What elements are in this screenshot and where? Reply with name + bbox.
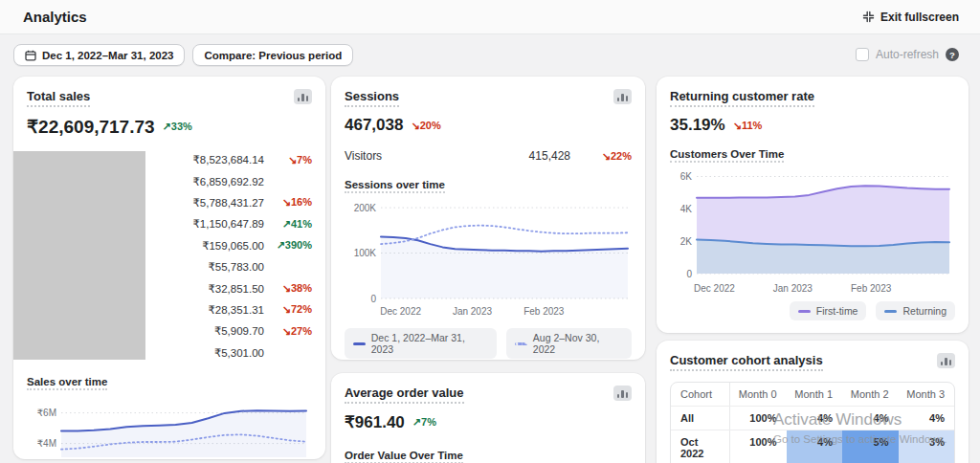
order-value-over-time-label[interactable]: Order Value Over Time xyxy=(345,450,463,463)
cohort-header-cell: Month 1 xyxy=(787,383,843,406)
help-icon[interactable]: ? xyxy=(946,48,959,61)
cohort-header-cell: Month 0 xyxy=(730,383,787,406)
customers-over-time-label[interactable]: Customers Over Time xyxy=(670,148,784,163)
compare-button[interactable]: Compare: Previous period xyxy=(192,44,353,66)
sales-breakdown-value: ₹6,859,692.92 xyxy=(130,175,264,188)
total-sales-title[interactable]: Total sales xyxy=(27,89,90,107)
svg-text:Dec 2022: Dec 2022 xyxy=(380,306,421,317)
sales-breakdown-value: ₹28,351.31 xyxy=(130,303,264,317)
visitors-label: Visitors xyxy=(345,149,529,163)
auto-refresh-label: Auto-refresh xyxy=(876,48,939,61)
sessions-title[interactable]: Sessions xyxy=(345,89,399,107)
sales-breakdown-delta: ↘38% xyxy=(264,282,312,295)
sales-breakdown-row: ₹5,301.00 xyxy=(130,342,312,364)
cohort-label-cell: Oct 2022 xyxy=(671,430,730,463)
sessions-over-time-chart: 200K100K0Dec 2022Jan 2023Feb 2023 xyxy=(345,193,632,318)
solid-line-swatch xyxy=(353,342,366,345)
date-range-button[interactable]: Dec 1, 2022–Mar 31, 2023 xyxy=(13,44,185,66)
bar-chart-icon[interactable] xyxy=(294,89,312,104)
sales-breakdown-value: ₹55,783.00 xyxy=(130,260,264,274)
aov-value: ₹961.40 xyxy=(345,412,405,432)
svg-text:Feb 2023: Feb 2023 xyxy=(851,283,892,294)
sales-breakdown-row: ₹1,150,647.89↗41% xyxy=(130,213,312,234)
sessions-over-time-label[interactable]: Sessions over time xyxy=(345,179,445,193)
exit-fullscreen-label: Exit fullscreen xyxy=(880,11,959,24)
sales-breakdown-delta: ↘72% xyxy=(264,303,312,316)
svg-text:Dec 2022: Dec 2022 xyxy=(694,283,735,294)
auto-refresh-control: Auto-refresh ? xyxy=(856,48,959,61)
customers-over-time-chart: 6K4K2K0Dec 2022Jan 2023Feb 2023 xyxy=(670,163,955,295)
svg-text:0: 0 xyxy=(686,269,692,279)
sales-breakdown-value: ₹159,065.00 xyxy=(130,239,264,253)
redacted-region xyxy=(13,151,145,360)
returning-customer-rate-card: Returning customer rate 35.19% ↘11% Cust… xyxy=(657,77,969,333)
dotted-line-swatch xyxy=(515,342,527,345)
rcr-legend: First-time Returning xyxy=(670,301,955,320)
svg-text:₹6M: ₹6M xyxy=(37,408,56,418)
cohort-table: CohortMonth 0Month 1Month 2Month 3All100… xyxy=(670,382,955,463)
sales-breakdown-row: ₹6,859,692.92 xyxy=(130,170,312,191)
svg-text:100K: 100K xyxy=(354,248,377,258)
sales-over-time-label[interactable]: Sales over time xyxy=(27,376,107,390)
svg-text:Jan 2023: Jan 2023 xyxy=(773,283,813,294)
cohort-value-cell: 4% xyxy=(842,407,899,430)
sales-breakdown-value: ₹8,523,684.14 xyxy=(130,153,264,166)
sessions-delta: ↘20% xyxy=(411,120,440,132)
cohort-header-row: CohortMonth 0Month 1Month 2Month 3 xyxy=(671,383,954,406)
legend-first-time[interactable]: First-time xyxy=(790,301,867,320)
svg-text:2K: 2K xyxy=(680,236,693,247)
sales-breakdown-row: ₹32,851.50↘38% xyxy=(130,277,312,298)
svg-text:Feb 2023: Feb 2023 xyxy=(523,306,565,317)
total-sales-delta: ↗33% xyxy=(163,121,192,133)
cohort-value-cell: 4% xyxy=(787,407,843,430)
top-bar: Analytics Exit fullscreen xyxy=(0,0,980,34)
bar-chart-icon[interactable] xyxy=(613,386,632,401)
total-sales-value: ₹22,609,717.73 xyxy=(27,116,155,138)
sales-breakdown-row: ₹5,788,431.27↘16% xyxy=(130,192,312,213)
legend-current-period[interactable]: Dec 1, 2022–Mar 31, 2023 xyxy=(345,328,497,359)
sales-breakdown-row: ₹5,909.70↘27% xyxy=(130,320,312,342)
sales-breakdown-value: ₹5,301.00 xyxy=(130,346,264,360)
legend-previous-period[interactable]: Aug 2–Nov 30, 2022 xyxy=(506,328,632,359)
bar-chart-icon[interactable] xyxy=(937,353,955,368)
cohort-header-cell: Cohort xyxy=(671,383,730,406)
bar-chart-icon[interactable] xyxy=(613,89,632,104)
svg-text:₹4M: ₹4M xyxy=(37,438,56,449)
legend-returning[interactable]: Returning xyxy=(876,301,955,320)
cohort-value-cell: 3% xyxy=(899,430,955,463)
visitors-delta: ↘22% xyxy=(570,150,632,163)
sales-breakdown-value: ₹32,851.50 xyxy=(130,282,264,296)
sessions-legend: Dec 1, 2022–Mar 31, 2023 Aug 2–Nov 30, 2… xyxy=(345,328,632,359)
sales-breakdown-value: ₹5,788,431.27 xyxy=(130,196,264,209)
cohort-label-cell: All xyxy=(671,407,730,430)
auto-refresh-checkbox[interactable] xyxy=(856,48,869,61)
visitors-value: 415,428 xyxy=(529,149,570,163)
aov-title[interactable]: Average order value xyxy=(345,386,464,404)
cohort-value-cell: 4% xyxy=(787,430,843,463)
average-order-value-card: Average order value ₹961.40 ↗7% Order Va… xyxy=(331,373,645,463)
svg-text:4K: 4K xyxy=(680,204,693,214)
cohort-header-cell: Month 3 xyxy=(899,383,955,406)
cohort-value-cell: 100% xyxy=(730,430,787,463)
aov-delta: ↗7% xyxy=(412,416,436,429)
rcr-title[interactable]: Returning customer rate xyxy=(670,89,814,107)
svg-text:0: 0 xyxy=(370,294,376,304)
sales-breakdown-delta: ↘27% xyxy=(264,325,312,338)
sales-breakdown-value: ₹1,150,647.89 xyxy=(130,217,264,231)
sessions-value: 467,038 xyxy=(345,116,403,135)
svg-text:Jan 2023: Jan 2023 xyxy=(453,306,493,317)
calendar-icon xyxy=(25,50,36,61)
sales-breakdown-row: ₹159,065.00↗390% xyxy=(130,235,312,256)
sales-breakdown-delta: ↗390% xyxy=(264,239,312,252)
cohort-row: Oct 2022100%4%5%3% xyxy=(671,430,954,463)
blue-line-swatch xyxy=(884,310,897,313)
date-range-label: Dec 1, 2022–Mar 31, 2023 xyxy=(42,50,173,61)
rcr-value: 35.19% xyxy=(670,116,725,135)
cohort-row: All100%4%4%4% xyxy=(671,406,954,430)
total-sales-card: Total sales ₹22,609,717.73 ↗33% ₹8,523,6… xyxy=(13,77,325,459)
exit-fullscreen-button[interactable]: Exit fullscreen xyxy=(862,11,959,24)
page-title: Analytics xyxy=(23,9,87,25)
exit-fullscreen-icon xyxy=(862,11,875,23)
sales-breakdown-row: ₹28,351.31↘72% xyxy=(130,299,312,320)
cohort-title[interactable]: Customer cohort analysis xyxy=(670,353,823,371)
